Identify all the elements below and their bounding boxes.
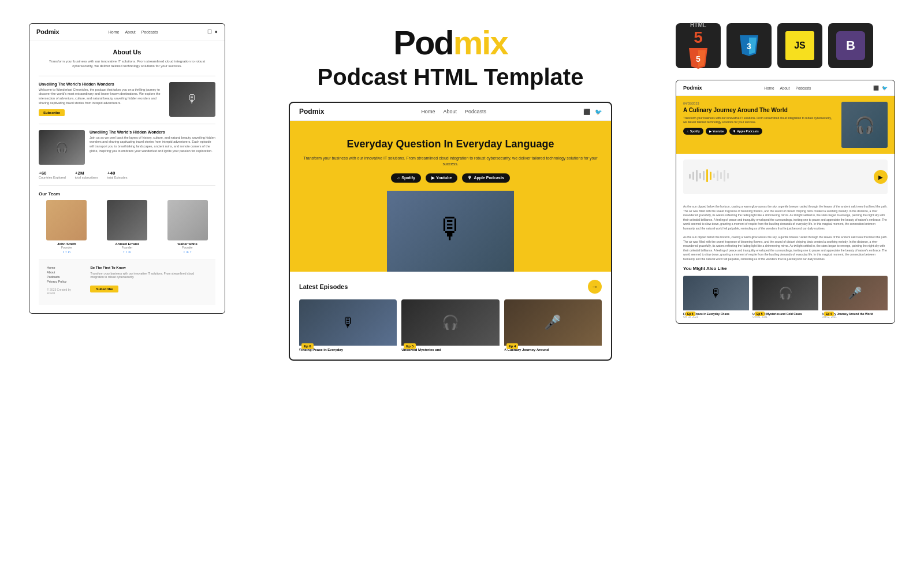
lp-nav-podcasts: Podcasts: [141, 30, 158, 34]
lp-member3-role: Founder: [159, 246, 215, 249]
html5-number: 5: [694, 28, 703, 47]
lp-nav-icons: ☐ ●: [207, 29, 218, 35]
lp-team-title: Our Team: [39, 191, 215, 197]
mp-logo: Podmix: [299, 108, 324, 116]
lp-team-member-3: walter white Founder t in f: [159, 200, 215, 254]
js-label: JS: [794, 40, 806, 51]
member2-ig-icon: in: [128, 250, 131, 254]
rp-spotify-btn[interactable]: ♫ Spotify: [683, 128, 703, 135]
lp-stat-subscribers: +2M total subscribers: [75, 171, 98, 179]
lp-about-text: Transform your business with our innovat…: [39, 59, 215, 69]
mp-ep3-card-title: A Culinary Journey Around: [504, 348, 602, 351]
spotify-icon: ♫: [397, 176, 400, 180]
mp-episodes-section: Latest Episodes → 🎙 Ep 6 Finding Peace i…: [290, 272, 611, 360]
rp-para-1: As the sun dipped below the horizon, cas…: [683, 205, 888, 231]
svg-rect-6: [703, 171, 705, 180]
lp-ep2-text: Unveiling The World's Hidden Wonders Joi…: [90, 130, 215, 165]
rp-also-card-2: 🎧 Ep 5 Unsolved Mysteries and Cold Cases…: [752, 276, 818, 318]
lp-stat-subs-val: +2M: [75, 171, 98, 176]
lp-footer-privacy: Privacy Policy: [47, 280, 73, 283]
apple-label: Apple Podcasts: [474, 176, 504, 180]
lp-ep2-image: 🎧: [39, 130, 85, 165]
svg-text:5: 5: [696, 54, 701, 64]
lp-stat-countries-lbl: Countries Explored: [39, 176, 66, 179]
bootstrap-badge: B: [828, 23, 873, 68]
rp-nav-podcasts: Podcasts: [796, 86, 811, 90]
rp-play-btn[interactable]: ▶: [874, 170, 888, 184]
member3-ig-icon: f: [191, 250, 191, 254]
member3-fb-icon: in: [187, 250, 189, 254]
mp-ep1-card-img: 🎙: [299, 299, 397, 346]
mp-instagram-icon: ⬛: [583, 109, 590, 115]
brand-name-black: Pod: [393, 23, 453, 62]
lp-member1-role: Founder: [39, 246, 95, 249]
lp-divider-2: [39, 124, 215, 124]
lp-footer: Home About Podcasts Privacy Policy © 202…: [39, 260, 215, 305]
lp-episode-2: 🎧 Unveiling The World's Hidden Wonders J…: [39, 130, 215, 165]
mp-ep-next-arrow[interactable]: →: [588, 280, 602, 294]
lp-footer-links: Home About Podcasts Privacy Policy: [47, 266, 73, 283]
top-right-column: HTML 5 5: [676, 23, 895, 324]
lp-footer-about: About: [47, 271, 73, 274]
rp-nav: Podmix Home About Podcasts ⬛ 🐦: [676, 80, 895, 96]
tech-badges-group: HTML 5 5: [676, 23, 895, 324]
lp-footer-subscribe-btn[interactable]: Subscribe: [90, 286, 118, 292]
lp-member2-photo: [107, 200, 147, 240]
lp-logo: Podmix: [36, 28, 59, 35]
lp-team-member-1: John Smith Founder t f in: [39, 200, 95, 254]
apple-icon: 🎙: [468, 176, 472, 180]
css3-shield-icon: 3: [739, 34, 759, 57]
rp-youtube-icon: ▶: [709, 129, 711, 133]
member3-twitter-icon: t: [184, 250, 184, 254]
rp-twitter-icon: 🐦: [882, 86, 888, 91]
mp-hero-person-img: 🎙: [387, 191, 514, 272]
mp-ep2-card-img: 🎧: [401, 299, 499, 346]
lp-footer-cta: Be The First To Know Transform your busi…: [90, 266, 207, 299]
rp-apple-label: Apple Podcasts: [737, 129, 759, 133]
mp-nav-home: Home: [421, 109, 435, 114]
youtube-icon: ▶: [431, 176, 434, 180]
mp-nav: Podmix Home About Podcasts ⬛ 🐦: [290, 103, 611, 121]
spotify-btn[interactable]: ♫ Spotify: [391, 173, 421, 183]
svg-rect-2: [689, 174, 691, 179]
rp-hero-ep-date: 04/05/2023: [683, 102, 836, 105]
brand-logo-row: Pod mix: [393, 23, 508, 62]
rp-apple-icon: 🎙: [733, 129, 736, 133]
center-big-preview: Podmix Home About Podcasts ⬛ 🐦 Everyday …: [289, 102, 612, 361]
lp-stat-ep-lbl: total Episodes: [107, 176, 128, 179]
right-preview-card: Podmix Home About Podcasts ⬛ 🐦: [676, 80, 895, 324]
lp-member1-photo: [46, 200, 87, 240]
mp-ep1-card-title: Finding Peace in Everyday: [299, 348, 397, 351]
lp-divider-1: [39, 76, 215, 76]
html5-shield-icon: 5: [688, 47, 709, 70]
lp-ep1-text: Unveiling The World's Hidden Wonders Wel…: [39, 82, 165, 117]
rp-youtube-label: Youtube: [713, 129, 724, 133]
svg-rect-10: [717, 171, 718, 181]
lp-body: About Us Transform your business with ou…: [29, 40, 225, 313]
mp-ep-card-3: 🎤 Ep 4 A Culinary Journey Around: [504, 299, 602, 351]
svg-rect-11: [720, 172, 722, 179]
rp-also-badge-3: Ep 4: [824, 312, 834, 316]
rp-apple-btn[interactable]: 🎙 Apple Podcasts: [729, 128, 762, 135]
svg-rect-9: [713, 173, 715, 178]
rp-nav-links: Home About Podcasts: [764, 86, 811, 90]
lp-stat-subs-lbl: total subscribers: [75, 176, 98, 179]
spotify-label: Spotify: [401, 176, 415, 180]
rp-hero-btns: ♫ Spotify ▶ Youtube 🎙 Apple Podcasts: [683, 128, 836, 135]
brand-name-yellow: mix: [453, 23, 508, 62]
lp-episode-1: Unveiling The World's Hidden Wonders Wel…: [39, 82, 215, 117]
twitter-icon: ●: [215, 29, 218, 35]
lp-ep1-title: Unveiling The World's Hidden Wonders: [39, 82, 165, 86]
rp-nav-about: About: [780, 86, 790, 90]
html5-shield: 5: [688, 47, 709, 70]
svg-rect-5: [699, 173, 701, 179]
lp-ep1-subscribe-btn[interactable]: Subscribe: [39, 109, 65, 116]
mp-nav-about: About: [443, 109, 457, 114]
lp-stat-countries: +60 Countries Explored: [39, 171, 66, 179]
youtube-btn[interactable]: ▶ Youtube: [426, 173, 457, 183]
mp-nav-podcasts: Podcasts: [465, 109, 486, 114]
apple-podcasts-btn[interactable]: 🎙 Apple Podcasts: [462, 173, 510, 183]
mp-twitter-icon: 🐦: [595, 109, 602, 115]
rp-youtube-btn[interactable]: ▶ Youtube: [706, 128, 728, 135]
rp-hero-image: 🎧: [841, 102, 888, 148]
